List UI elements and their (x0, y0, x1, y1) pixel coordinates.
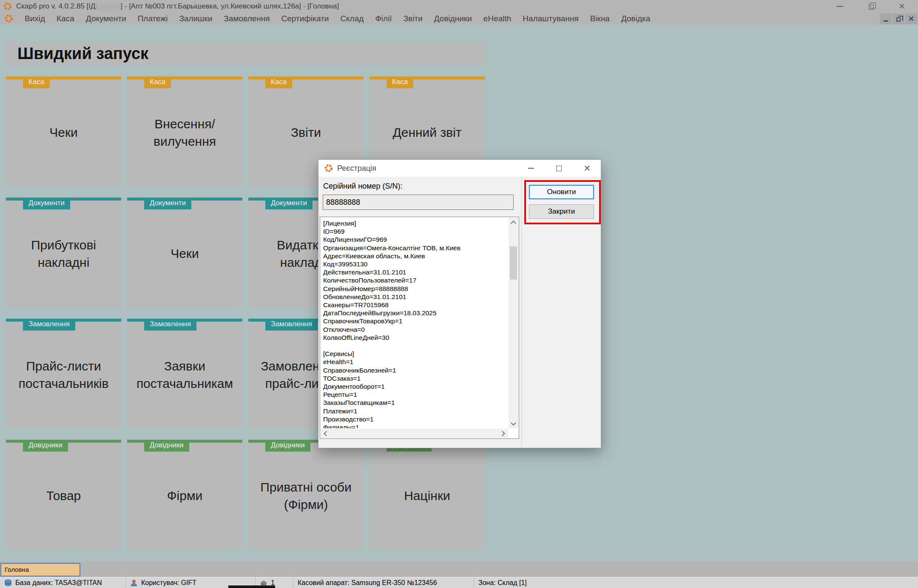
status-user-text: Користувач: GIFT (141, 579, 196, 587)
dialog-logo-icon (324, 164, 333, 172)
dialog-close-button[interactable]: ✕ (577, 160, 597, 177)
scroll-right-button[interactable] (498, 429, 508, 438)
minimize-button[interactable] (830, 0, 850, 13)
menu-zalyshky[interactable]: Залишки (179, 14, 212, 23)
tile-label: Прайс-листи постачальників (10, 322, 117, 428)
tile-label: Приватні особи (Фірми) (253, 443, 359, 549)
redacted-id (97, 4, 120, 10)
status-database-text: База даних: TASA3@TITAN (15, 579, 102, 587)
menu-platezhi[interactable]: Платежі (138, 14, 168, 23)
tile-label: Прибуткові накладні (10, 201, 117, 307)
status-cash-register-text: Касовий апарат: Samsung ER-350 №123456 (298, 579, 437, 587)
tile-label: Заявки постачальникам (131, 322, 238, 428)
dialog-title: Реєстрація (337, 160, 376, 177)
tile-label: Внесення/вилучення (131, 79, 238, 186)
registration-dialog: Реєстрація ✕ Серійний номер (S/N): [Лице… (318, 159, 601, 448)
tile-zamovlennia-price-lists[interactable]: Замовлення Прайс-листи постачальників (6, 319, 121, 428)
menu-dovidnyky[interactable]: Довідники (434, 14, 472, 23)
menu-dokumenty[interactable]: Документи (86, 14, 126, 23)
mdi-close-icon: ✕ (908, 15, 914, 23)
chevron-left-icon (324, 431, 329, 436)
tab-strip: Головна (0, 562, 918, 577)
tile-dovidnyky-firmy[interactable]: Довідники Фірми (127, 440, 242, 549)
status-bar: База даних: TASA3@TITAN Користувач: GIFT… (0, 577, 918, 588)
status-zone: Зона: Склад [1] (474, 577, 918, 588)
highlight-annotation-box (524, 180, 601, 224)
tab-holovna[interactable]: Головна (0, 563, 80, 577)
chevron-up-icon (511, 220, 516, 226)
tile-dovidnyky-natsinky[interactable]: Довідники Націнки (369, 440, 485, 549)
minimize-icon (837, 6, 843, 7)
close-icon: ✕ (898, 3, 905, 10)
tile-label: Націнки (374, 443, 480, 549)
vertical-scroll-thumb[interactable] (510, 246, 517, 280)
mdi-child-controls: ✕ (880, 14, 917, 24)
restore-icon (869, 5, 874, 10)
app-logo-icon (3, 2, 12, 11)
mdi-restore-icon (896, 17, 901, 22)
mdi-close-button[interactable]: ✕ (905, 14, 917, 24)
taskbar-fragment (228, 585, 275, 588)
tile-zamovlennia-zaiavky[interactable]: Замовлення Заявки постачальникам (127, 319, 242, 428)
dialog-close-icon: ✕ (584, 164, 591, 172)
tile-dovidnyky-tovar[interactable]: Довідники Товар (6, 440, 121, 549)
menu-vykhid[interactable]: Вихід (25, 14, 45, 23)
serial-number-input[interactable] (323, 195, 514, 210)
menu-nalashtuvannia[interactable]: Налаштування (523, 14, 578, 23)
tile-kasa-cheky[interactable]: Каса Чеки (6, 76, 121, 186)
tile-label: Фірми (131, 443, 238, 549)
tile-label: Чеки (10, 79, 117, 186)
window-title-prefix: Скарб pro v. 4.0.2.85 [ІД: (16, 2, 97, 10)
window-title: Скарб pro v. 4.0.2.85 [ІД:] - [Апт №003 … (16, 0, 339, 13)
dialog-minimize-button[interactable] (521, 160, 541, 177)
application-window: Скарб pro v. 4.0.2.85 [ІД:] - [Апт №003 … (0, 0, 918, 588)
tile-label: Товар (10, 443, 117, 549)
mdi-restore-button[interactable] (892, 14, 904, 24)
user-icon (130, 579, 138, 587)
tile-dokumenty-cheky[interactable]: Документи Чеки (127, 198, 242, 307)
menu-ehealth[interactable]: eHealth (483, 14, 512, 23)
vertical-scrollbar[interactable] (509, 218, 518, 428)
license-info-text: [Лицензия] ID=969 КодЛицензииГО=969 Орга… (323, 219, 507, 428)
scroll-up-button[interactable] (509, 218, 518, 227)
menu-zamovlennia[interactable]: Замовлення (224, 14, 270, 23)
status-cash-register: Касовий апарат: Samsung ER-350 №123456 (293, 577, 474, 588)
restore-button[interactable] (861, 0, 881, 13)
menu-zvity[interactable]: Звіти (404, 14, 423, 23)
status-zone-text: Зона: Склад [1] (478, 579, 527, 587)
quick-launch-header: Швидкий запуск (5, 42, 485, 65)
title-bar: Скарб pro v. 4.0.2.85 [ІД:] - [Апт №003 … (0, 0, 918, 13)
menu-vikna[interactable]: Вікна (590, 14, 610, 23)
scroll-down-button[interactable] (509, 419, 518, 428)
dialog-maximize-button[interactable] (549, 160, 569, 177)
dialog-title-bar: Реєстрація ✕ (318, 160, 601, 177)
database-icon (4, 579, 12, 587)
menu-filii[interactable]: Філії (375, 14, 392, 23)
mdi-minimize-icon (884, 20, 888, 22)
scroll-left-button[interactable] (321, 429, 330, 438)
menu-kasa[interactable]: Каса (57, 14, 74, 23)
page-title: Швидкий запуск (5, 42, 485, 65)
license-info-textarea[interactable]: [Лицензия] ID=969 КодЛицензииГО=969 Орга… (320, 217, 519, 439)
chevron-right-icon (500, 431, 505, 436)
menu-dovidka[interactable]: Довідка (621, 14, 650, 23)
window-title-suffix: ] - [Апт №003 пгт.Барышевка, ул.Киевский… (120, 2, 339, 10)
menu-sklad[interactable]: Склад (340, 14, 364, 23)
horizontal-scrollbar[interactable] (321, 429, 508, 438)
tile-kasa-vnesennia-vyluchennia[interactable]: Каса Внесення/вилучення (127, 76, 242, 186)
status-database: База даних: TASA3@TITAN (0, 577, 126, 588)
mdi-minimize-button[interactable] (880, 14, 892, 24)
app-logo-icon-small (4, 14, 13, 23)
menu-bar: Вихід Каса Документи Платежі Залишки Зам… (0, 13, 918, 25)
tile-label: Чеки (131, 201, 238, 307)
tile-dokumenty-prybutkovi-nakladni[interactable]: Документи Прибуткові накладні (6, 198, 121, 307)
menu-items: Вихід Каса Документи Платежі Залишки Зам… (25, 14, 650, 23)
chevron-down-icon (511, 420, 516, 426)
menu-sertyfikaty[interactable]: Сертифікати (281, 14, 329, 23)
serial-number-label: Серійний номер (S/N): (323, 182, 402, 191)
tile-dovidnyky-pryvatni-osoby[interactable]: Довідники Приватні особи (Фірми) (248, 440, 364, 549)
close-button[interactable]: ✕ (892, 0, 912, 13)
dialog-maximize-icon (556, 166, 562, 171)
dialog-minimize-icon (528, 168, 534, 169)
